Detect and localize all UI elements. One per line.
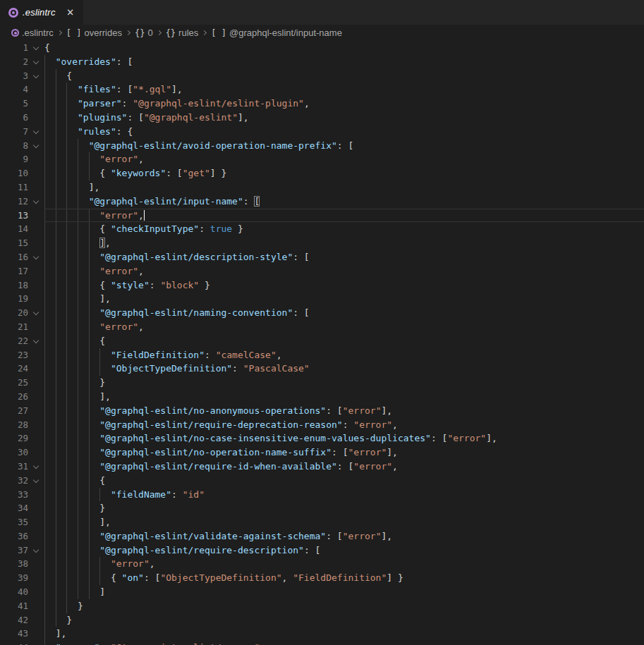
breadcrumb-item-overrides[interactable]: [ ]overrides — [66, 27, 122, 38]
code-line-25[interactable]: 25 } — [0, 376, 644, 390]
code-line-34[interactable]: 34 } — [0, 501, 644, 515]
code-line-3[interactable]: 3 { — [0, 69, 644, 83]
fold-toggle[interactable] — [28, 250, 44, 264]
code-line-42[interactable]: 42 } — [0, 613, 644, 627]
line-number[interactable]: 41 — [0, 599, 28, 613]
code-line-19[interactable]: 19 ], — [0, 292, 644, 306]
line-number[interactable]: 33 — [0, 488, 28, 502]
line-number[interactable]: 30 — [0, 446, 28, 460]
line-number[interactable]: 16 — [0, 250, 28, 264]
code-line-28[interactable]: 28 "@graphql-eslint/require-deprecation-… — [0, 418, 644, 432]
fold-toggle[interactable] — [28, 41, 44, 55]
code-line-17[interactable]: 17 "error", — [0, 264, 644, 278]
code-line-7[interactable]: 7 "rules": { — [0, 125, 644, 139]
code-line-6[interactable]: 6 "plugins": ["@graphql-eslint"], — [0, 111, 644, 125]
code-line-31[interactable]: 31 "@graphql-eslint/require-id-when-avai… — [0, 460, 644, 474]
code-editor[interactable]: 1{2 "overrides": [3 {4 "files": ["*.gql"… — [0, 41, 644, 645]
code-line-18[interactable]: 18 { "style": "block" } — [0, 278, 644, 293]
fold-toggle[interactable] — [28, 55, 44, 69]
line-number[interactable]: 7 — [0, 125, 28, 139]
code-line-13[interactable]: 13 "error", — [0, 209, 644, 223]
line-number[interactable]: 25 — [0, 376, 28, 390]
close-icon[interactable]: × — [67, 6, 74, 18]
line-number[interactable]: 28 — [0, 418, 28, 432]
code-line-4[interactable]: 4 "files": ["*.gql"], — [0, 82, 644, 97]
line-number[interactable]: 26 — [0, 390, 28, 404]
code-line-30[interactable]: 30 "@graphql-eslint/no-operation-name-su… — [0, 446, 644, 460]
line-number[interactable]: 9 — [0, 152, 28, 166]
line-number[interactable]: 8 — [0, 139, 28, 153]
line-number[interactable]: 34 — [0, 501, 28, 515]
tab-eslintrc[interactable]: .eslintrc × — [0, 0, 83, 25]
code-line-32[interactable]: 32 { — [0, 474, 644, 488]
code-line-12[interactable]: 12 "@graphql-eslint/input-name": [ — [0, 195, 644, 209]
line-number[interactable]: 5 — [0, 97, 28, 111]
code-line-41[interactable]: 41 } — [0, 599, 644, 613]
code-line-22[interactable]: 22 { — [0, 334, 644, 348]
code-line-40[interactable]: 40 ] — [0, 585, 644, 599]
breadcrumb-item-rules[interactable]: {}rules — [166, 27, 199, 38]
line-number[interactable]: 11 — [0, 180, 28, 195]
fold-toggle[interactable] — [28, 139, 44, 153]
line-number[interactable]: 3 — [0, 69, 28, 83]
line-number[interactable]: 31 — [0, 460, 28, 474]
code-line-8[interactable]: 8 "@graphql-eslint/avoid-operation-name-… — [0, 139, 644, 153]
code-line-44[interactable]: 44 "parser": "@typescript-eslint/parser" — [0, 641, 644, 645]
line-number[interactable]: 37 — [0, 543, 28, 558]
fold-toggle[interactable] — [28, 474, 44, 488]
line-number[interactable]: 38 — [0, 557, 28, 571]
line-number[interactable]: 12 — [0, 195, 28, 209]
code-line-33[interactable]: 33 "fieldName": "id" — [0, 488, 644, 502]
code-line-36[interactable]: 36 "@graphql-eslint/validate-against-sch… — [0, 529, 644, 543]
code-line-37[interactable]: 37 "@graphql-eslint/require-description"… — [0, 543, 644, 558]
code-line-14[interactable]: 14 { "checkInputType": true } — [0, 222, 644, 236]
line-number[interactable]: 27 — [0, 404, 28, 418]
code-line-10[interactable]: 10 { "keywords": ["get"] } — [0, 166, 644, 180]
code-line-21[interactable]: 21 "error", — [0, 320, 644, 334]
breadcrumb-item--graphql-eslint-input-name[interactable]: [ ]@graphql-eslint/input-name — [211, 27, 342, 38]
code-line-16[interactable]: 16 "@graphql-eslint/description-style": … — [0, 250, 644, 264]
code-line-35[interactable]: 35 ], — [0, 515, 644, 529]
code-line-2[interactable]: 2 "overrides": [ — [0, 55, 644, 69]
code-line-26[interactable]: 26 ], — [0, 390, 644, 404]
code-line-20[interactable]: 20 "@graphql-eslint/naming-convention": … — [0, 306, 644, 320]
line-number[interactable]: 44 — [0, 641, 28, 645]
line-number[interactable]: 21 — [0, 320, 28, 334]
code-line-9[interactable]: 9 "error", — [0, 152, 644, 166]
line-number[interactable]: 35 — [0, 515, 28, 529]
line-number[interactable]: 6 — [0, 111, 28, 125]
code-line-39[interactable]: 39 { "on": ["ObjectTypeDefinition", "Fie… — [0, 571, 644, 585]
breadcrumb-item--eslintrc[interactable]: .eslintrc — [11, 27, 54, 38]
code-line-29[interactable]: 29 "@graphql-eslint/no-case-insensitive-… — [0, 431, 644, 446]
line-number[interactable]: 36 — [0, 529, 28, 543]
code-line-24[interactable]: 24 "ObjectTypeDefinition": "PascalCase" — [0, 362, 644, 376]
line-number[interactable]: 24 — [0, 362, 28, 376]
line-number[interactable]: 39 — [0, 571, 28, 585]
line-number[interactable]: 17 — [0, 264, 28, 278]
code-line-23[interactable]: 23 "FieldDefinition": "camelCase", — [0, 348, 644, 362]
line-number[interactable]: 10 — [0, 166, 28, 180]
line-number[interactable]: 20 — [0, 306, 28, 320]
code-line-15[interactable]: 15 ], — [0, 236, 644, 250]
breadcrumb-item-0[interactable]: {}0 — [135, 27, 153, 38]
line-number[interactable]: 18 — [0, 278, 28, 293]
code-line-11[interactable]: 11 ], — [0, 180, 644, 195]
code-line-38[interactable]: 38 "error", — [0, 557, 644, 571]
fold-toggle[interactable] — [28, 334, 44, 348]
fold-toggle[interactable] — [28, 125, 44, 139]
line-number[interactable]: 19 — [0, 292, 28, 306]
code-line-1[interactable]: 1{ — [0, 41, 644, 55]
line-number[interactable]: 13 — [0, 209, 28, 223]
line-number[interactable]: 22 — [0, 334, 28, 348]
code-line-27[interactable]: 27 "@graphql-eslint/no-anonymous-operati… — [0, 404, 644, 418]
line-number[interactable]: 29 — [0, 431, 28, 446]
line-number[interactable]: 4 — [0, 82, 28, 97]
line-number[interactable]: 14 — [0, 222, 28, 236]
fold-toggle[interactable] — [28, 195, 44, 209]
line-number[interactable]: 42 — [0, 613, 28, 627]
code-line-5[interactable]: 5 "parser": "@graphql-eslint/eslint-plug… — [0, 97, 644, 111]
line-number[interactable]: 43 — [0, 627, 28, 641]
line-number[interactable]: 15 — [0, 236, 28, 250]
fold-toggle[interactable] — [28, 306, 44, 320]
fold-toggle[interactable] — [28, 460, 44, 474]
